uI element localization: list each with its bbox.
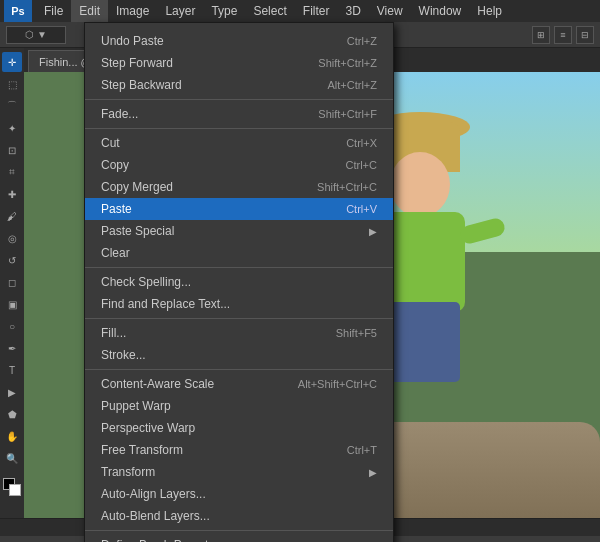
menu-section-fade: Fade... Shift+Ctrl+F	[85, 100, 393, 129]
menu-puppet-warp[interactable]: Puppet Warp	[85, 395, 393, 417]
menu-step-forward-label: Step Forward	[101, 56, 173, 70]
menu-file[interactable]: File	[36, 0, 71, 22]
tool-pen[interactable]: ✒	[2, 338, 22, 358]
tool-options: ⬡ ▼	[6, 26, 66, 44]
menu-help[interactable]: Help	[469, 0, 510, 22]
paste-special-arrow: ▶	[369, 226, 377, 237]
menu-step-backward-shortcut: Alt+Ctrl+Z	[327, 79, 377, 91]
menu-undo-paste[interactable]: Undo Paste Ctrl+Z	[85, 30, 393, 52]
menu-auto-align-label: Auto-Align Layers...	[101, 487, 206, 501]
menu-paste-label: Paste	[101, 202, 132, 216]
menu-free-transform[interactable]: Free Transform Ctrl+T	[85, 439, 393, 461]
menu-transform-label: Transform	[101, 465, 155, 479]
menu-auto-align[interactable]: Auto-Align Layers...	[85, 483, 393, 505]
menu-paste-special-label: Paste Special	[101, 224, 174, 238]
menu-section-undo: Undo Paste Ctrl+Z Step Forward Shift+Ctr…	[85, 27, 393, 100]
menu-free-transform-label: Free Transform	[101, 443, 183, 457]
menu-copy-shortcut: Ctrl+C	[346, 159, 377, 171]
menu-step-backward-label: Step Backward	[101, 78, 182, 92]
tool-move[interactable]: ✛	[2, 52, 22, 72]
menu-cut[interactable]: Cut Ctrl+X	[85, 132, 393, 154]
menu-fade[interactable]: Fade... Shift+Ctrl+F	[85, 103, 393, 125]
menu-define-brush[interactable]: Define Brush Preset...	[85, 534, 393, 542]
edit-dropdown-menu: Undo Paste Ctrl+Z Step Forward Shift+Ctr…	[84, 22, 394, 542]
menu-layer[interactable]: Layer	[157, 0, 203, 22]
menu-find-replace[interactable]: Find and Replace Text...	[85, 293, 393, 315]
options-icon-2[interactable]: ≡	[554, 26, 572, 44]
menu-step-forward-shortcut: Shift+Ctrl+Z	[318, 57, 377, 69]
menu-define-brush-label: Define Brush Preset...	[101, 538, 218, 542]
menu-edit[interactable]: Edit	[71, 0, 108, 22]
tool-clone[interactable]: ◎	[2, 228, 22, 248]
menu-content-aware-scale-shortcut: Alt+Shift+Ctrl+C	[298, 378, 377, 390]
menu-copy[interactable]: Copy Ctrl+C	[85, 154, 393, 176]
menu-copy-label: Copy	[101, 158, 129, 172]
menu-section-text: Check Spelling... Find and Replace Text.…	[85, 268, 393, 319]
tool-marquee[interactable]: ⬚	[2, 74, 22, 94]
menu-stroke-label: Stroke...	[101, 348, 146, 362]
menu-select[interactable]: Select	[245, 0, 294, 22]
menu-window[interactable]: Window	[411, 0, 470, 22]
menu-bar: Ps File Edit Image Layer Type Select Fil…	[0, 0, 600, 22]
menu-clear-label: Clear	[101, 246, 130, 260]
tool-type[interactable]: T	[2, 360, 22, 380]
menu-puppet-warp-label: Puppet Warp	[101, 399, 171, 413]
menu-paste[interactable]: Paste Ctrl+V	[85, 198, 393, 220]
menu-section-fill: Fill... Shift+F5 Stroke...	[85, 319, 393, 370]
menu-content-aware-scale[interactable]: Content-Aware Scale Alt+Shift+Ctrl+C	[85, 373, 393, 395]
tool-hand[interactable]: ✋	[2, 426, 22, 446]
menu-paste-special[interactable]: Paste Special ▶	[85, 220, 393, 242]
tool-shape[interactable]: ⬟	[2, 404, 22, 424]
menu-auto-blend[interactable]: Auto-Blend Layers...	[85, 505, 393, 527]
menu-fade-label: Fade...	[101, 107, 138, 121]
menu-view[interactable]: View	[369, 0, 411, 22]
menu-perspective-warp-label: Perspective Warp	[101, 421, 195, 435]
menu-auto-blend-label: Auto-Blend Layers...	[101, 509, 210, 523]
menu-image[interactable]: Image	[108, 0, 157, 22]
options-icon-3[interactable]: ⊟	[576, 26, 594, 44]
menu-section-transform: Content-Aware Scale Alt+Shift+Ctrl+C Pup…	[85, 370, 393, 531]
menu-cut-shortcut: Ctrl+X	[346, 137, 377, 149]
tool-magic-wand[interactable]: ✦	[2, 118, 22, 138]
menu-type[interactable]: Type	[203, 0, 245, 22]
tool-gradient[interactable]: ▣	[2, 294, 22, 314]
tool-zoom[interactable]: 🔍	[2, 448, 22, 468]
tool-lasso[interactable]: ⌒	[2, 96, 22, 116]
menu-undo-paste-shortcut: Ctrl+Z	[347, 35, 377, 47]
menu-stroke[interactable]: Stroke...	[85, 344, 393, 366]
tool-history[interactable]: ↺	[2, 250, 22, 270]
ps-logo: Ps	[4, 0, 32, 22]
menu-step-forward[interactable]: Step Forward Shift+Ctrl+Z	[85, 52, 393, 74]
menu-transform[interactable]: Transform ▶	[85, 461, 393, 483]
tool-brush[interactable]: 🖌	[2, 206, 22, 226]
menu-copy-merged[interactable]: Copy Merged Shift+Ctrl+C	[85, 176, 393, 198]
menu-content-aware-scale-label: Content-Aware Scale	[101, 377, 214, 391]
tool-eraser[interactable]: ◻	[2, 272, 22, 292]
menu-3d[interactable]: 3D	[337, 0, 368, 22]
menu-filter[interactable]: Filter	[295, 0, 338, 22]
tool-dodge[interactable]: ○	[2, 316, 22, 336]
menu-fade-shortcut: Shift+Ctrl+F	[318, 108, 377, 120]
foreground-color[interactable]	[3, 478, 21, 496]
menu-paste-shortcut: Ctrl+V	[346, 203, 377, 215]
menu-find-replace-label: Find and Replace Text...	[101, 297, 230, 311]
menu-copy-merged-label: Copy Merged	[101, 180, 173, 194]
options-icon-1[interactable]: ⊞	[532, 26, 550, 44]
left-toolbar: ✛ ⬚ ⌒ ✦ ⊡ ⌗ ✚ 🖌 ◎ ↺ ◻ ▣ ○ ✒ T ▶ ⬟ ✋ 🔍	[0, 48, 24, 518]
menu-undo-paste-label: Undo Paste	[101, 34, 164, 48]
menu-cut-label: Cut	[101, 136, 120, 150]
menu-clear[interactable]: Clear	[85, 242, 393, 264]
menu-check-spelling[interactable]: Check Spelling...	[85, 271, 393, 293]
tool-healing[interactable]: ✚	[2, 184, 22, 204]
menu-check-spelling-label: Check Spelling...	[101, 275, 191, 289]
menu-perspective-warp[interactable]: Perspective Warp	[85, 417, 393, 439]
menu-fill-shortcut: Shift+F5	[336, 327, 377, 339]
menu-fill[interactable]: Fill... Shift+F5	[85, 322, 393, 344]
tool-path-select[interactable]: ▶	[2, 382, 22, 402]
menu-section-clipboard: Cut Ctrl+X Copy Ctrl+C Copy Merged Shift…	[85, 129, 393, 268]
menu-section-define: Define Brush Preset... Define Pattern...…	[85, 531, 393, 542]
menu-free-transform-shortcut: Ctrl+T	[347, 444, 377, 456]
tool-crop[interactable]: ⊡	[2, 140, 22, 160]
tool-eyedropper[interactable]: ⌗	[2, 162, 22, 182]
menu-step-backward[interactable]: Step Backward Alt+Ctrl+Z	[85, 74, 393, 96]
